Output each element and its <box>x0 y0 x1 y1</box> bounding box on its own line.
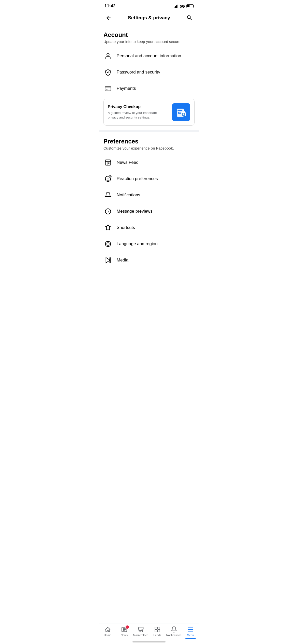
news-feed-label: News Feed <box>117 160 139 165</box>
svg-rect-9 <box>183 114 184 115</box>
shortcuts-item[interactable]: Shortcuts <box>99 219 199 236</box>
page-title: Settings & privacy <box>128 15 170 21</box>
preferences-subtitle: Customize your experience on Facebook. <box>103 146 195 150</box>
globe-icon <box>103 239 113 248</box>
svg-rect-1 <box>105 87 111 91</box>
media-icon <box>103 256 113 265</box>
status-right: 5G <box>174 4 194 8</box>
svg-point-0 <box>107 54 109 56</box>
password-security-item[interactable]: Password and security <box>99 64 199 80</box>
top-nav: Settings & privacy <box>99 10 199 26</box>
privacy-card-title: Privacy Checkup <box>108 105 164 109</box>
person-icon <box>103 51 113 61</box>
back-button[interactable] <box>103 13 114 23</box>
message-previews-item[interactable]: Message previews <box>99 203 199 219</box>
language-region-item[interactable]: Language and region <box>99 236 199 252</box>
status-bar: 11:42 5G <box>99 0 199 10</box>
reaction-icon <box>103 174 113 183</box>
privacy-checkup-card[interactable]: Privacy Checkup A guided review of your … <box>103 99 195 126</box>
preferences-section-header: Preferences Customize your experience on… <box>99 133 199 154</box>
account-title: Account <box>103 31 195 38</box>
media-item[interactable]: Media <box>99 252 199 268</box>
account-section-header: Account Update your info to keep your ac… <box>99 26 199 48</box>
message-icon <box>103 207 113 216</box>
signal-bars-icon <box>174 4 178 8</box>
personal-info-label: Personal and account information <box>117 53 181 58</box>
message-previews-label: Message previews <box>117 209 153 214</box>
media-label: Media <box>117 258 128 263</box>
notifications-item[interactable]: Notifications <box>99 187 199 203</box>
content: Account Update your info to keep your ac… <box>99 26 199 291</box>
svg-point-13 <box>109 178 109 179</box>
pin-icon <box>103 223 113 232</box>
privacy-card-description: A guided review of your important privac… <box>108 111 164 120</box>
bell-icon <box>103 191 113 200</box>
search-button[interactable] <box>184 13 195 23</box>
time: 11:42 <box>104 4 115 9</box>
shortcuts-label: Shortcuts <box>117 225 135 230</box>
reaction-preferences-item[interactable]: Reaction preferences <box>99 171 199 187</box>
section-divider <box>99 130 199 132</box>
privacy-lock-icon <box>172 103 190 121</box>
account-subtitle: Update your info to keep your account se… <box>103 39 195 44</box>
payments-item[interactable]: Payments <box>99 80 199 97</box>
battery-icon <box>186 4 194 8</box>
newsfeed-icon <box>103 158 113 167</box>
news-feed-item[interactable]: News Feed <box>99 154 199 171</box>
payments-label: Payments <box>117 86 136 91</box>
language-region-label: Language and region <box>117 241 158 246</box>
password-security-label: Password and security <box>117 70 160 75</box>
card-icon <box>103 84 113 93</box>
svg-rect-10 <box>105 160 111 165</box>
reaction-preferences-label: Reaction preferences <box>117 176 158 181</box>
svg-marker-17 <box>106 258 110 263</box>
preferences-title: Preferences <box>103 138 195 145</box>
personal-info-item[interactable]: Personal and account information <box>99 48 199 64</box>
notifications-label: Notifications <box>117 193 140 198</box>
shield-icon <box>103 68 113 77</box>
network-type: 5G <box>180 4 185 8</box>
svg-point-12 <box>107 178 107 179</box>
